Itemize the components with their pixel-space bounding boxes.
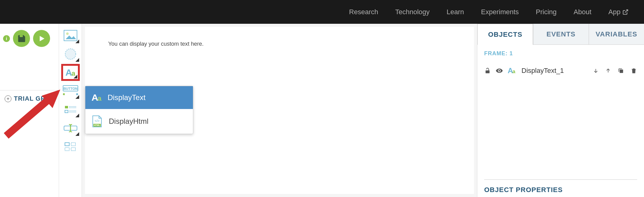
circle-tool[interactable] bbox=[61, 45, 80, 62]
svg-rect-10 bbox=[65, 110, 68, 113]
copy-icon[interactable] bbox=[617, 67, 624, 74]
svg-marker-1 bbox=[40, 36, 44, 41]
svg-rect-0 bbox=[21, 36, 22, 37]
save-icon bbox=[17, 34, 26, 43]
nav-technology[interactable]: Technology bbox=[395, 8, 429, 16]
object-row[interactable]: Aa DisplayText_1 bbox=[484, 65, 637, 77]
top-nav: Research Technology Learn Experiments Pr… bbox=[0, 0, 644, 24]
canvas-placeholder-text[interactable]: You can display your custom text here. bbox=[108, 41, 451, 47]
tab-variables[interactable]: VARIABLES bbox=[589, 24, 644, 45]
nav-pricing[interactable]: Pricing bbox=[536, 8, 557, 16]
move-down-icon[interactable] bbox=[593, 68, 599, 74]
svg-text:BUTTON: BUTTON bbox=[63, 87, 78, 90]
svg-text:HTML: HTML bbox=[94, 124, 100, 126]
svg-rect-20 bbox=[71, 148, 75, 151]
tab-events[interactable]: EVENTS bbox=[533, 24, 588, 45]
grid-icon bbox=[64, 142, 77, 151]
nav-learn[interactable]: Learn bbox=[447, 8, 464, 16]
tab-objects[interactable]: OBJECTS bbox=[477, 24, 533, 45]
text-tool[interactable]: Aa bbox=[61, 64, 80, 81]
nav-about[interactable]: About bbox=[574, 8, 591, 16]
save-button[interactable] bbox=[13, 30, 30, 47]
nav-experiments[interactable]: Experiments bbox=[481, 8, 519, 16]
flyout-displayhtml[interactable]: </>HTML DisplayHtml bbox=[85, 109, 193, 134]
flyout-displaytext-label: DisplayText bbox=[108, 93, 146, 102]
svg-text:</>: </> bbox=[95, 119, 100, 123]
play-button[interactable] bbox=[33, 30, 50, 47]
nav-app[interactable]: App bbox=[608, 8, 629, 16]
displayhtml-icon: </>HTML bbox=[92, 115, 103, 128]
external-link-icon bbox=[622, 9, 629, 15]
text-type-icon: Aa bbox=[508, 66, 515, 75]
flyout-displayhtml-label: DisplayHtml bbox=[109, 117, 148, 126]
nav-research[interactable]: Research bbox=[349, 8, 378, 16]
move-up-icon[interactable] bbox=[605, 68, 611, 74]
svg-marker-4 bbox=[66, 36, 76, 39]
trial-group-section[interactable]: + TRIAL GR bbox=[0, 90, 59, 107]
nav-app-label: App bbox=[608, 8, 621, 16]
svg-rect-9 bbox=[65, 106, 68, 108]
properties-panel: OBJECTS EVENTS VARIABLES FRAME: 1 Aa Dis… bbox=[477, 24, 644, 197]
flyout-displaytext[interactable]: Aa DisplayText bbox=[85, 86, 193, 109]
svg-rect-17 bbox=[65, 143, 69, 146]
trial-group-label: TRIAL GR bbox=[14, 95, 45, 102]
button-tool[interactable]: BUTTON bbox=[61, 82, 80, 99]
input-icon bbox=[63, 124, 78, 133]
list-tool[interactable] bbox=[61, 101, 80, 118]
text-tool-flyout: Aa DisplayText </>HTML DisplayHtml bbox=[85, 86, 193, 134]
object-properties-title: OBJECT PROPERTIES bbox=[484, 186, 637, 194]
unlock-icon[interactable] bbox=[484, 67, 491, 74]
trash-icon[interactable] bbox=[630, 67, 637, 74]
svg-rect-18 bbox=[71, 143, 75, 146]
svg-rect-19 bbox=[65, 148, 69, 151]
svg-point-3 bbox=[66, 32, 69, 35]
grid-tool[interactable] bbox=[61, 138, 80, 155]
tool-palette: Aa BUTTON bbox=[59, 24, 82, 197]
eye-icon[interactable] bbox=[496, 67, 503, 74]
left-toolbar: i + TRIAL GR bbox=[0, 24, 59, 197]
input-tool[interactable] bbox=[61, 119, 80, 136]
displaytext-icon: Aa bbox=[92, 92, 101, 103]
frame-label: FRAME: 1 bbox=[484, 50, 637, 57]
plus-icon: + bbox=[5, 95, 11, 102]
play-icon bbox=[38, 35, 46, 43]
info-button[interactable]: i bbox=[3, 35, 10, 42]
circle-icon bbox=[64, 48, 77, 60]
svg-point-6 bbox=[65, 49, 76, 59]
list-icon bbox=[64, 105, 77, 115]
svg-rect-23 bbox=[620, 69, 623, 73]
image-tool[interactable] bbox=[61, 27, 80, 44]
object-name: DisplayText_1 bbox=[522, 67, 588, 75]
